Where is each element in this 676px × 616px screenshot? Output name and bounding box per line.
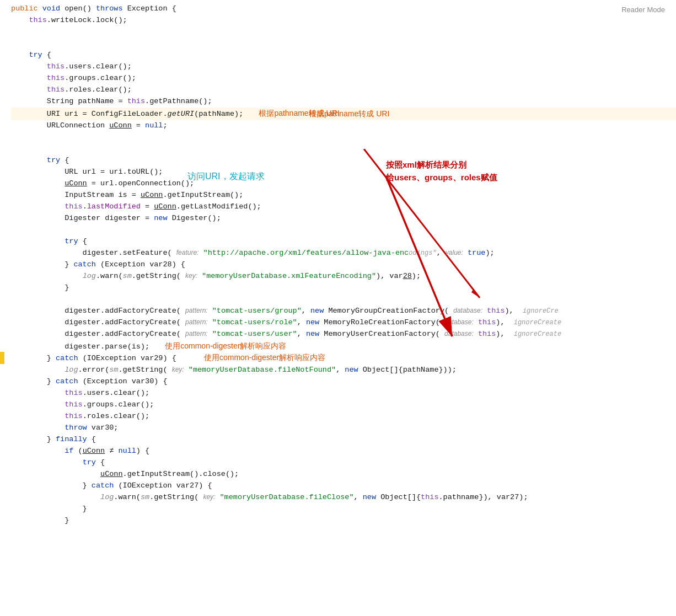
code-line-1: public void open() throws Exception {: [11, 3, 676, 15]
code-line-2: this.writeLock.lock();: [11, 15, 676, 26]
keyword-throw: throw: [65, 422, 87, 434]
code-line-inputstream: InputStream is = uConn.getInputStream();: [11, 190, 676, 201]
code-line-try2: try {: [11, 155, 676, 167]
annotation-digester: 使用common-digester解析响应内容: [165, 340, 286, 352]
param-hint-feature: feature:: [176, 248, 199, 258]
field-lastmodified: lastModified: [87, 201, 141, 213]
param-hint-pattern2: pattern:: [185, 317, 208, 328]
code-line-openconn: uConn = url.openConnection();: [11, 178, 676, 190]
code-line-users-clear: this.users.clear();: [11, 61, 676, 73]
keyword-finally: finally: [56, 434, 87, 446]
keyword-this4: this: [47, 84, 65, 96]
code-line-groups-clear2: this.groups.clear();: [11, 399, 676, 411]
keyword-catch3: catch: [56, 376, 78, 388]
keyword-try3: try: [65, 236, 78, 248]
code-line-catch4: } catch (IOException var27) {: [11, 480, 676, 492]
keyword-new2: new: [310, 306, 324, 317]
keyword-new6: new: [363, 492, 376, 503]
code-line-catch2: } catch (IOException var29) {: [11, 353, 676, 365]
code-area: public void open() throws Exception { th…: [0, 0, 676, 538]
code-line-catch1: } catch (Exception var28) {: [11, 259, 676, 271]
code-line-setfeature: digester.setFeature( feature: "http://ap…: [11, 248, 676, 259]
keyword-this2: this: [47, 61, 65, 73]
keyword-try2: try: [47, 155, 60, 167]
keyword-if: if: [65, 446, 73, 457]
param-hint-pattern1: pattern:: [185, 306, 208, 316]
keyword-true: true: [468, 248, 485, 259]
log-error: log: [65, 365, 78, 376]
param-hint-db1: database:: [453, 306, 482, 316]
keyword-this8: this: [478, 317, 496, 329]
keyword-this6: this: [65, 201, 82, 213]
uconn-var5: uConn: [83, 446, 105, 457]
code-line-url: URL url = uri.toURL();: [11, 167, 676, 178]
keyword-this13: this: [421, 492, 438, 503]
log-warn2: log: [100, 492, 114, 503]
code-line-blank4: [11, 143, 676, 155]
keyword-null: null: [145, 120, 163, 132]
code-line-close-if: }: [11, 515, 676, 527]
keyword-new3: new: [306, 317, 319, 329]
keyword-this9: this: [478, 329, 496, 340]
string-filenotfound: "memoryUserDatabase.fileNotFound": [189, 365, 336, 376]
keyword-try4: try: [83, 457, 96, 469]
param-hint-db3: database:: [444, 329, 474, 339]
keyword-this3: this: [47, 73, 65, 84]
sm-getstring3: sm: [141, 492, 149, 503]
code-line-blank1: [11, 26, 676, 38]
code-line-close-stream: uConn.getInputStream().close();: [11, 469, 676, 480]
code-line-uri: URI uri = ConfigFileLoader.getURI(pathNa…: [11, 108, 676, 120]
code-line-lastmodified: this.lastModified = uConn.getLastModifie…: [11, 201, 676, 213]
string-pattern-role: "tomcat-users/role": [212, 317, 297, 329]
keyword-throws: throws: [96, 3, 123, 15]
code-line-catch3: } catch (Exception var30) {: [11, 376, 676, 388]
param-hint-key2: key:: [172, 365, 184, 375]
code-line-try4: try {: [11, 457, 676, 469]
keyword-new4: new: [306, 329, 319, 340]
uconn-var4: uConn: [154, 201, 176, 213]
code-line-digester-new: Digester digester = new Digester();: [11, 213, 676, 224]
sm-getstring1: sm: [123, 271, 132, 282]
keyword-catch2: catch: [56, 353, 78, 365]
keyword-this12: this: [65, 411, 82, 422]
code-line-throw: throw var30;: [11, 422, 676, 434]
string-pattern-group: "tomcat-users/group": [212, 306, 302, 317]
string-pattern-user: "tomcat-users/user": [212, 329, 297, 340]
param-hint-key3: key:: [203, 492, 215, 502]
log-warn1: log: [83, 271, 96, 282]
page-container: Reader Mode public void open() throws Ex…: [0, 0, 676, 616]
code-line-blank5: [11, 224, 676, 236]
param-hint-pattern3: pattern:: [185, 329, 208, 339]
keyword-this11: this: [65, 399, 82, 411]
sm-getstring2: sm: [109, 365, 118, 376]
code-line-roles-clear2: this.roles.clear();: [11, 411, 676, 422]
uconn-var: uConn: [109, 120, 132, 132]
code-line-close-catch4: }: [11, 503, 676, 515]
code-line-try3: try {: [11, 236, 676, 248]
code-line-logerror: log.error(sm.getString( key: "memoryUser…: [11, 365, 676, 376]
keyword-this10: this: [65, 388, 82, 399]
string-fileclose: "memoryUserDatabase.fileClose": [220, 492, 354, 503]
code-line-blank6: [11, 294, 676, 306]
uconn-var2: uConn: [65, 178, 87, 190]
code-line-logwarn1: log.warn(sm.getString( key: "memoryUserD…: [11, 271, 676, 282]
code-line-urlconn: URLConnection uConn = null;: [11, 120, 676, 132]
code-line-digester-parse: digester.parse(is); 使用common-digester解析响…: [11, 340, 676, 353]
keyword-this: this: [29, 15, 46, 26]
code-line-logwarn2: log.warn(sm.getString( key: "memoryUserD…: [11, 492, 676, 503]
keyword-this7: this: [487, 306, 505, 317]
code-line-addfactory-group: digester.addFactoryCreate( pattern: "tom…: [11, 306, 676, 317]
keyword-new5: new: [345, 365, 358, 376]
code-line-roles-clear: this.roles.clear();: [11, 84, 676, 96]
code-line-addfactory-user: digester.addFactoryCreate( pattern: "tom…: [11, 329, 676, 340]
code-line-addfactory-role: digester.addFactoryCreate( pattern: "tom…: [11, 317, 676, 329]
code-line-users-clear2: this.users.clear();: [11, 388, 676, 399]
param-hint-key1: key:: [185, 271, 197, 281]
method-geturi: getURI: [168, 109, 195, 120]
annotation-uri: 根据pathname转成 URI: [259, 108, 339, 120]
string-xmlfeature: "memoryUserDatabase.xmlFeatureEncoding": [202, 271, 376, 282]
keyword-null2: null: [118, 446, 136, 457]
keyword-catch1: catch: [73, 259, 96, 271]
code-line-blank3: [11, 132, 676, 143]
uconn-var3: uConn: [141, 190, 163, 201]
